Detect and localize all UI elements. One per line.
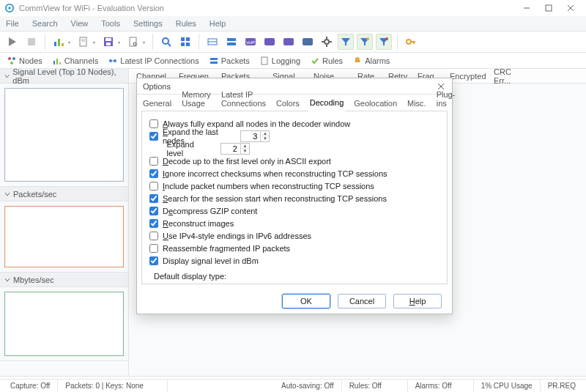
svg-text:VoIP: VoIP	[246, 40, 256, 45]
dlg-tab-misc[interactable]: Misc.	[406, 97, 428, 111]
bell-icon	[353, 56, 362, 65]
toolbar: ▾ ▾ ▾ ▾ VoIP	[0, 31, 586, 53]
filter1-icon[interactable]	[338, 34, 354, 50]
signal-chart	[4, 88, 124, 182]
chevron-down-icon[interactable]: ▾	[68, 40, 73, 45]
window-title: CommView for WiFi - Evaluation Version	[19, 4, 516, 12]
spinner-up-icon[interactable]: ▲	[261, 131, 269, 137]
chk-reassemble-ip[interactable]	[149, 244, 158, 253]
close-button[interactable]	[560, 1, 582, 15]
chk-display-dbm[interactable]	[149, 256, 158, 265]
num-expand-last-input[interactable]	[241, 132, 260, 141]
voip-badge-icon[interactable]: VoIP	[242, 34, 259, 50]
save-icon[interactable]	[100, 34, 116, 50]
chk-ignore-checksums[interactable]	[149, 169, 158, 178]
spinner-up-icon[interactable]: ▲	[241, 144, 249, 149]
tab-latest-ip[interactable]: Latest IP Connections	[104, 55, 203, 67]
cancel-button[interactable]: Cancel	[338, 294, 386, 308]
svg-rect-3	[546, 5, 552, 11]
menu-file[interactable]: File	[6, 19, 19, 28]
dlg-tab-decoding[interactable]: Decoding	[308, 96, 345, 111]
grid-icon[interactable]	[177, 34, 193, 50]
chk-always-expand[interactable]	[149, 119, 158, 128]
svg-rect-27	[227, 38, 236, 41]
bars-icon[interactable]	[51, 34, 67, 50]
play-icon[interactable]	[4, 34, 21, 50]
tab-rules[interactable]: Rules	[306, 55, 347, 67]
menu-help[interactable]: Help	[209, 19, 226, 28]
svg-point-44	[407, 40, 411, 44]
chk-ipv4-endings[interactable]	[149, 232, 158, 240]
search-doc-icon[interactable]	[125, 34, 141, 50]
menu-search[interactable]: Search	[32, 19, 58, 28]
chevron-down-icon[interactable]: ▾	[143, 40, 147, 45]
dlg-tab-memory[interactable]: Memory Usage	[180, 88, 212, 111]
chk-decompress-gzip[interactable]	[149, 207, 158, 215]
dlg-tab-general[interactable]: General	[141, 97, 173, 111]
spinner-down-icon[interactable]: ▼	[241, 149, 249, 154]
ip-badge-icon[interactable]	[300, 34, 316, 50]
logging-icon	[260, 56, 269, 65]
chk-expand-last[interactable]	[149, 132, 158, 141]
num-expand-last[interactable]: ▲▼	[240, 130, 270, 142]
chk-search-session-start[interactable]	[149, 194, 158, 203]
packets-chart	[4, 206, 124, 267]
dlg-tab-colors[interactable]: Colors	[275, 97, 301, 111]
menu-settings[interactable]: Settings	[133, 19, 163, 28]
tab-packets[interactable]: Packets	[205, 55, 254, 67]
tab-alarms[interactable]: Alarms	[349, 55, 394, 67]
col-crc[interactable]: CRC Err...	[489, 67, 532, 85]
tab-nodes[interactable]: Nodes	[3, 55, 47, 67]
svg-rect-31	[264, 38, 275, 45]
svg-rect-8	[54, 42, 56, 46]
stop-icon[interactable]	[23, 34, 40, 50]
help-button[interactable]: Help	[393, 294, 442, 308]
chevron-down-icon[interactable]: ▾	[118, 40, 122, 45]
svg-point-41	[366, 37, 369, 40]
packets-icon[interactable]	[223, 34, 240, 50]
tab-logging[interactable]: Logging	[256, 55, 305, 67]
svg-marker-39	[341, 38, 350, 45]
mac-badge-icon[interactable]	[281, 34, 297, 50]
gear-icon[interactable]	[319, 34, 335, 50]
menu-rules[interactable]: Rules	[176, 19, 196, 28]
num-expand-level-input[interactable]	[221, 144, 240, 153]
menu-view[interactable]: View	[71, 19, 89, 28]
svg-rect-23	[181, 42, 185, 46]
panel-packets-header[interactable]: Packets/sec	[0, 187, 128, 201]
chk-include-packet-numbers[interactable]	[149, 182, 158, 191]
svg-rect-17	[130, 37, 136, 46]
dlg-tab-geolocation[interactable]: Geolocation	[352, 97, 398, 111]
maximize-button[interactable]	[538, 1, 560, 15]
dlg-tab-plugins[interactable]: Plug-ins	[435, 88, 457, 111]
ok-button[interactable]: OK	[282, 294, 330, 308]
dlg-tab-latestip[interactable]: Latest IP Connections	[220, 88, 267, 111]
svg-rect-51	[56, 59, 58, 64]
num-expand-level[interactable]: ▲▼	[220, 143, 250, 155]
chevron-down-icon[interactable]: ▾	[93, 40, 97, 45]
lbl-default-display: Default display type:	[154, 272, 226, 281]
minimize-button[interactable]	[516, 1, 538, 15]
document-icon[interactable]	[75, 34, 92, 50]
channels-icon	[53, 56, 62, 65]
svg-rect-24	[186, 42, 190, 46]
menu-bar: File Search View Tools Settings Rules He…	[0, 16, 586, 31]
status-prreq: PR.REQ	[541, 380, 583, 392]
key-icon[interactable]	[403, 34, 419, 50]
dialog-tabs: General Memory Usage Latest IP Connectio…	[137, 95, 452, 111]
spinner-down-icon[interactable]: ▼	[261, 136, 269, 141]
filter2-icon[interactable]	[357, 34, 373, 50]
log-badge-icon[interactable]	[262, 34, 278, 50]
magnifier-icon[interactable]	[158, 34, 174, 50]
reconstruct-icon[interactable]	[204, 34, 220, 50]
svg-point-48	[12, 57, 15, 60]
menu-tools[interactable]: Tools	[101, 19, 120, 28]
panel-mbytes-header[interactable]: Mbytes/sec	[0, 273, 128, 287]
svg-rect-58	[262, 57, 267, 64]
tab-channels[interactable]: Channels	[48, 55, 103, 67]
chk-reconstruct-images[interactable]	[149, 219, 158, 228]
panel-signal-header[interactable]: Signal Level (Top 10 Nodes), dBm	[0, 69, 128, 84]
filter3-icon[interactable]	[376, 34, 392, 50]
chk-decode-ascii[interactable]	[149, 157, 158, 166]
panel-packets: Packets/sec	[0, 187, 128, 273]
